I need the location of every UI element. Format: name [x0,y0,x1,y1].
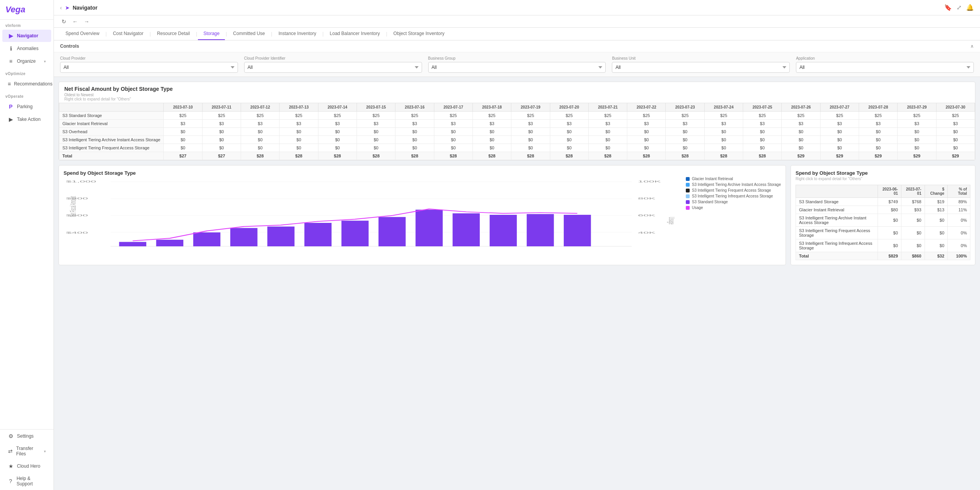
comp-table-row: S3 Intelligent Tiering Frequent Access S… [796,227,970,239]
cell-value: $25 [627,112,666,120]
comp-cell-value: 100% [948,252,970,260]
business-group-select[interactable]: All [428,62,606,73]
tab-load-balancer-inventory[interactable]: Load Balancer Inventory [324,28,385,40]
cell-value: $3 [859,120,898,128]
back-button[interactable]: ‹ [60,5,62,11]
controls-collapse-button[interactable]: ∧ [970,43,974,49]
cell-value: $0 [357,144,395,152]
col-header: 2023-07-25 [743,103,782,112]
bookmark-icon[interactable]: 🔖 [944,4,952,11]
sidebar-item-settings[interactable]: ⚙ Settings [2,430,51,442]
sidebar-item-cloud-hero[interactable]: ★ Cloud Hero [2,460,51,472]
cell-value: $28 [434,152,472,160]
topbar-left: ‹ ➤ Navigator [60,5,97,11]
cell-value: $0 [666,128,704,136]
cell-value: $25 [666,112,704,120]
cell-value: $3 [550,120,588,128]
sidebar-item-anomalies[interactable]: ℹ Anomalies [2,42,51,55]
legend-color [686,177,690,181]
cell-value: $0 [627,136,666,144]
controls-section: Controls ∧ Cloud Provider All Cloud Prov… [54,40,980,77]
tab-resource-detail[interactable]: Resource Detail [152,28,195,40]
sidebar-item-take-action-label: Take Action [17,117,40,122]
comp-cell-value: $80 [878,206,901,214]
sidebar-item-help-support[interactable]: ? Help & Support [2,473,51,490]
sidebar-item-transfer-files[interactable]: ⇄ Transfer Files ▾ [2,443,51,460]
svg-rect-17 [415,210,443,246]
col-header: 2023-07-22 [627,103,666,112]
refresh-button[interactable]: ↻ [60,18,68,25]
col-header: 2023-07-24 [704,103,743,112]
sidebar-item-cloud-hero-label: Cloud Hero [17,463,40,469]
comp-cell-value: 0% [948,227,970,239]
comp-cell-value: $93 [901,206,925,214]
undo-button[interactable]: ← [71,18,79,25]
comp-cell-value: $860 [901,252,925,260]
row-label: Glacier Instant Retrieval [59,120,164,128]
expand-icon[interactable]: ⤢ [957,4,962,11]
legend-color [686,206,690,210]
redo-button[interactable]: → [82,18,91,25]
comp-row-label: Total [796,252,878,260]
cell-value: $0 [588,136,627,144]
legend-item: S3 Intelligent Tiering Infrequent Access… [686,194,781,198]
cell-value: $0 [280,136,318,144]
cell-value: $0 [820,144,859,152]
transfer-files-icon: ⇄ [8,448,13,454]
cell-value: $0 [820,128,859,136]
application-select[interactable]: All [796,62,974,73]
cell-value: $28 [627,152,666,160]
table-row: S3 Intelligent Tiering Archive Instant A… [59,136,975,144]
svg-rect-10 [156,240,184,246]
sidebar-item-recommendations[interactable]: ≡ Recommendations [2,78,51,90]
cell-value: $0 [395,128,434,136]
cell-value: $0 [859,136,898,144]
col-header: 2023-07-16 [395,103,434,112]
svg-rect-9 [119,242,146,246]
business-unit-select[interactable]: All [612,62,790,73]
sidebar-item-navigator[interactable]: ▶ Navigator [2,30,51,42]
col-header: 2023-07-12 [241,103,280,112]
tab-object-storage-inventory[interactable]: Object Storage Inventory [388,28,450,40]
sidebar-item-take-action[interactable]: ▶ Take Action [2,113,51,125]
tab-storage[interactable]: Storage [198,28,225,40]
cell-value: $0 [472,128,511,136]
legend-item: Glacier Instant Retrieval [686,177,781,181]
cell-value: $25 [511,112,550,120]
business-unit-label: Business Unit [612,56,790,60]
cell-value: $29 [898,152,936,160]
topbar-right: 🔖 ⤢ 🔔 [944,4,974,11]
tab-committed-use[interactable]: Committed Use [228,28,270,40]
voptimize-label: vOptimize [0,68,54,77]
col-header: 2023-07-21 [588,103,627,112]
cloud-provider-identifier-select[interactable]: All [244,62,422,73]
sidebar-item-parking[interactable]: P Parking [2,100,51,113]
organize-expand-icon: ▾ [44,59,46,64]
comp-cell-value: $0 [878,239,901,252]
cell-value: $3 [627,120,666,128]
content-area: Controls ∧ Cloud Provider All Cloud Prov… [54,40,980,490]
tab-cost-navigator[interactable]: Cost Navigator [107,28,149,40]
cell-value: $0 [743,128,782,136]
tab-instance-inventory[interactable]: Instance Inventory [273,28,322,40]
cell-value: $28 [666,152,704,160]
cell-value: $0 [588,128,627,136]
cell-value: $25 [472,112,511,120]
svg-rect-11 [193,232,221,246]
cloud-provider-select[interactable]: All [60,62,238,73]
cell-value: $0 [704,144,743,152]
cell-value: $0 [164,136,202,144]
sidebar-item-organize[interactable]: ≡ Organize ▾ [2,55,51,67]
navigator-nav-icon: ➤ [65,5,70,11]
svg-rect-12 [230,228,258,246]
legend-label: Usage [692,206,703,210]
cell-value: $3 [743,120,782,128]
tab-spend-overview[interactable]: Spend Overview [60,28,105,40]
legend-label: S3 Standard Storage [692,200,728,204]
cell-value: $0 [511,136,550,144]
notification-bell-icon[interactable]: 🔔 [966,4,974,11]
sidebar-item-help-support-label: Help & Support [17,476,46,487]
svg-rect-21 [564,215,591,246]
cell-value: $0 [936,128,975,136]
cell-value: $3 [898,120,936,128]
